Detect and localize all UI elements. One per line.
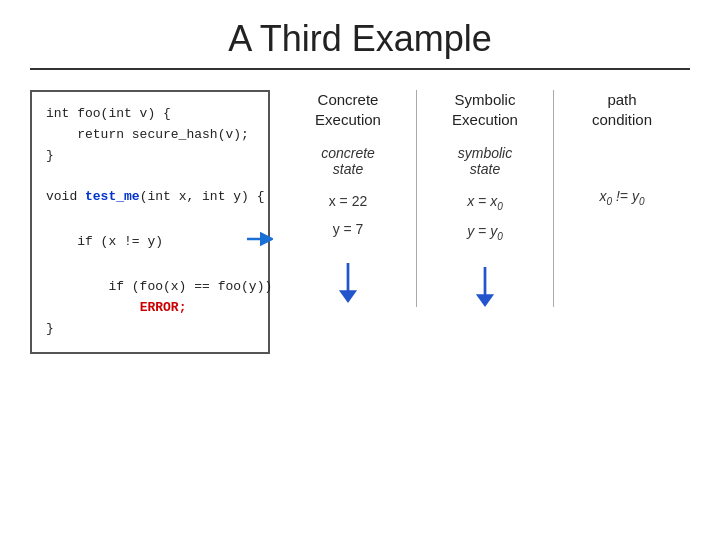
concrete-execution-column: ConcreteExecution concretestate x = 22 y…	[280, 90, 416, 307]
path-condition-value: x0 != y0	[600, 182, 645, 212]
code-line-4	[46, 166, 254, 187]
concrete-y-value: y = 7	[329, 215, 368, 243]
page: A Third Example int foo(int v) { return …	[0, 0, 720, 540]
columns-area: ConcreteExecution concretestate x = 22 y…	[270, 90, 690, 307]
concrete-state-label: concretestate	[321, 145, 375, 177]
symbolic-execution-column: SymbolicExecution symbolicstate x = x0 y…	[416, 90, 553, 307]
code-line-8: ERROR;	[46, 298, 254, 319]
symbolic-down-arrow	[473, 267, 497, 307]
path-condition-values: x0 != y0	[600, 182, 645, 212]
svg-marker-2	[339, 290, 357, 303]
symbolic-x-value: x = x0	[467, 187, 503, 217]
path-condition-header: pathcondition	[592, 90, 652, 129]
code-line-2: return secure_hash(v);	[46, 125, 254, 146]
code-line-7: if (foo(x) == foo(y))	[46, 277, 254, 298]
code-line-3: }	[46, 146, 254, 167]
concrete-values: x = 22 y = 7	[329, 187, 368, 243]
svg-marker-4	[476, 294, 494, 307]
symbolic-state-label: symbolicstate	[458, 145, 512, 177]
code-line-1: int foo(int v) {	[46, 104, 254, 125]
code-line-9: }	[46, 319, 254, 340]
title-divider	[30, 68, 690, 70]
main-content: int foo(int v) { return secure_hash(v); …	[30, 90, 690, 354]
blue-arrow-icon	[167, 208, 273, 277]
symbolic-execution-header: SymbolicExecution	[452, 90, 518, 129]
symbolic-y-value: y = y0	[467, 217, 503, 247]
code-line-5: void test_me(int x, int y) {	[46, 187, 254, 208]
title-area: A Third Example	[30, 18, 690, 60]
concrete-execution-header: ConcreteExecution	[315, 90, 381, 129]
symbolic-values: x = x0 y = y0	[467, 187, 503, 247]
concrete-down-arrow	[336, 263, 360, 303]
code-box: int foo(int v) { return secure_hash(v); …	[30, 90, 270, 354]
code-line-6: if (x != y)	[46, 208, 254, 277]
path-condition-column: pathcondition x0 != y0	[553, 90, 690, 307]
page-title: A Third Example	[30, 18, 690, 60]
concrete-x-value: x = 22	[329, 187, 368, 215]
